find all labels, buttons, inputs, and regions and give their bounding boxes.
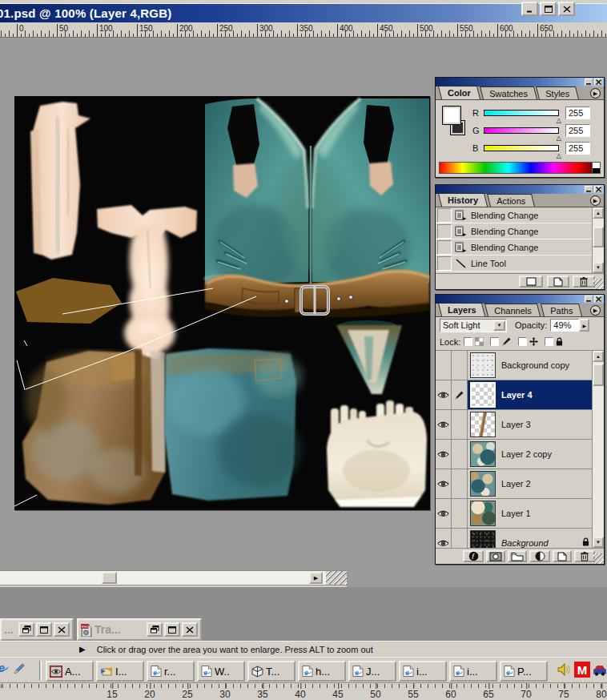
lock-position-checkbox[interactable] xyxy=(518,337,527,346)
close-button[interactable] xyxy=(54,622,70,637)
layer-link-well[interactable] xyxy=(452,440,468,469)
taskbar-button[interactable]: er... xyxy=(147,661,195,682)
restore-button[interactable] xyxy=(147,622,163,637)
layer-link-well[interactable] xyxy=(452,410,468,439)
layer-thumbnail[interactable] xyxy=(470,412,496,437)
history-state-row[interactable]: Blending Change xyxy=(436,207,604,223)
palette-close-button[interactable] xyxy=(594,186,602,193)
scroll-right-button[interactable]: ▶ xyxy=(309,572,323,584)
layer-link-well[interactable] xyxy=(452,529,468,548)
layer-thumbnail[interactable] xyxy=(470,471,496,497)
taskbar-button[interactable]: T... xyxy=(247,661,295,682)
channel-slider[interactable]: △ xyxy=(484,110,559,116)
layer-visibility-toggle[interactable] xyxy=(436,410,452,439)
tab-actions[interactable]: Actions xyxy=(487,194,535,207)
delete-state-button[interactable] xyxy=(573,276,595,288)
history-scrollbar[interactable]: ▲ ▼ xyxy=(592,207,604,273)
delete-layer-button[interactable] xyxy=(574,550,595,562)
tab-paths[interactable]: Paths xyxy=(541,304,582,316)
history-state-row[interactable]: Line Tool xyxy=(436,255,604,272)
channel-value-field[interactable]: 255 xyxy=(565,107,590,119)
layer-row[interactable]: Layer 3 xyxy=(436,410,593,440)
opacity-slider-button[interactable]: ▶ xyxy=(579,319,589,332)
layer-thumbnail[interactable] xyxy=(470,382,496,408)
layer-visibility-toggle[interactable] xyxy=(436,440,452,469)
taskbar-button[interactable]: eP... xyxy=(500,661,548,682)
layer-visibility-toggle[interactable] xyxy=(436,469,452,498)
scrollbar-thumb[interactable] xyxy=(102,572,117,584)
layer-row[interactable]: Layer 2 copy xyxy=(436,440,593,469)
minimized-document-window[interactable]: ... xyxy=(0,618,74,641)
new-snapshot-button[interactable] xyxy=(547,276,569,288)
taskbar-button[interactable]: ei... xyxy=(399,661,447,682)
layer-link-well[interactable] xyxy=(452,499,468,528)
layer-thumbnail[interactable] xyxy=(470,352,496,378)
channel-slider[interactable]: △ xyxy=(484,145,559,151)
layer-link-well[interactable] xyxy=(452,351,468,380)
palette-menu-button[interactable]: ▶ xyxy=(590,88,601,99)
lock-image-checkbox[interactable] xyxy=(490,337,499,346)
scrollbar-thumb[interactable] xyxy=(593,227,604,247)
layer-row[interactable]: Layer 4 xyxy=(436,380,593,410)
layer-content[interactable]: Background copy xyxy=(468,351,593,380)
maximize-button[interactable] xyxy=(36,622,52,637)
chevron-down-icon[interactable]: ▼ xyxy=(493,320,505,331)
minimized-document-window[interactable]: PHOTO Tra... xyxy=(77,618,202,641)
horizontal-scrollbar[interactable]: ▶ xyxy=(0,570,347,585)
taskbar-button[interactable]: A... xyxy=(46,661,94,682)
channel-slider[interactable]: △ xyxy=(484,127,559,134)
taskbar-button[interactable]: I... xyxy=(96,661,144,682)
channel-value-field[interactable]: 255 xyxy=(565,142,590,155)
palette-minimize-button[interactable] xyxy=(585,186,593,193)
m-app-icon[interactable]: M xyxy=(574,662,590,678)
horizontal-ruler[interactable]: 050100150200250300350400450500550600650 xyxy=(0,22,607,38)
layer-visibility-toggle[interactable] xyxy=(436,351,452,380)
palette-resize-grip[interactable] xyxy=(593,553,604,564)
bottom-ruler[interactable]: 1520253035404550556065707580 xyxy=(0,682,607,700)
quicklaunch-ie-shortcut[interactable]: e xyxy=(0,662,9,674)
maximize-button[interactable] xyxy=(540,2,557,16)
add-layer-mask-button[interactable] xyxy=(486,550,505,562)
taskbar-button[interactable]: ei... xyxy=(449,661,497,682)
tab-swatches[interactable]: Swatches xyxy=(480,86,537,99)
layer-thumbnail[interactable] xyxy=(470,501,496,526)
layer-thumbnail[interactable] xyxy=(470,530,496,548)
tab-color[interactable]: Color xyxy=(438,86,480,99)
snapshot-source-well[interactable] xyxy=(437,224,452,239)
snapshot-source-well[interactable] xyxy=(437,240,452,255)
scroll-up-button[interactable]: ▲ xyxy=(593,207,604,219)
palette-minimize-button[interactable] xyxy=(585,296,593,303)
document-titlebar[interactable]: 01.psd @ 100% (Layer 4,RGB) xyxy=(0,4,607,22)
layer-thumbnail[interactable] xyxy=(470,441,496,467)
layer-visibility-toggle[interactable] xyxy=(436,380,452,409)
tab-styles[interactable]: Styles xyxy=(536,86,579,99)
speaker-icon[interactable] xyxy=(557,663,572,676)
taskbar-button[interactable]: eh... xyxy=(298,661,346,682)
layer-content[interactable]: Layer 2 copy xyxy=(468,440,593,469)
layer-row[interactable]: Background xyxy=(436,529,593,548)
scroll-down-button[interactable]: ▼ xyxy=(593,537,604,548)
lock-all-checkbox[interactable] xyxy=(545,337,553,346)
scrollbar-thumb[interactable] xyxy=(593,364,604,386)
layer-visibility-toggle[interactable] xyxy=(436,499,452,528)
palette-resize-grip[interactable] xyxy=(593,279,604,289)
spectrum-bw-swatches[interactable] xyxy=(592,162,601,174)
taskbar-button[interactable]: eW.. xyxy=(197,661,245,682)
new-layer-button[interactable] xyxy=(553,550,572,562)
restore-button[interactable] xyxy=(18,622,34,637)
history-state-row[interactable]: Blending Change xyxy=(436,239,604,255)
quicklaunch-pencil-shortcut[interactable] xyxy=(13,662,26,675)
layer-content[interactable]: Layer 3 xyxy=(468,410,593,439)
layer-content[interactable]: Layer 2 xyxy=(468,469,593,498)
taskbar-button[interactable]: eJ... xyxy=(348,661,396,682)
lock-transparency-checkbox[interactable] xyxy=(464,337,472,346)
opacity-value-field[interactable]: 49% xyxy=(550,319,579,332)
tab-channels[interactable]: Channels xyxy=(484,304,541,316)
palette-close-button[interactable] xyxy=(594,296,602,303)
maximize-button[interactable] xyxy=(164,622,180,637)
foreground-color-swatch[interactable] xyxy=(442,106,461,125)
snapshot-source-well[interactable] xyxy=(437,256,452,271)
tab-history[interactable]: History xyxy=(438,193,488,207)
tab-layers[interactable]: Layers xyxy=(438,303,486,316)
scroll-down-button[interactable]: ▼ xyxy=(593,262,604,273)
